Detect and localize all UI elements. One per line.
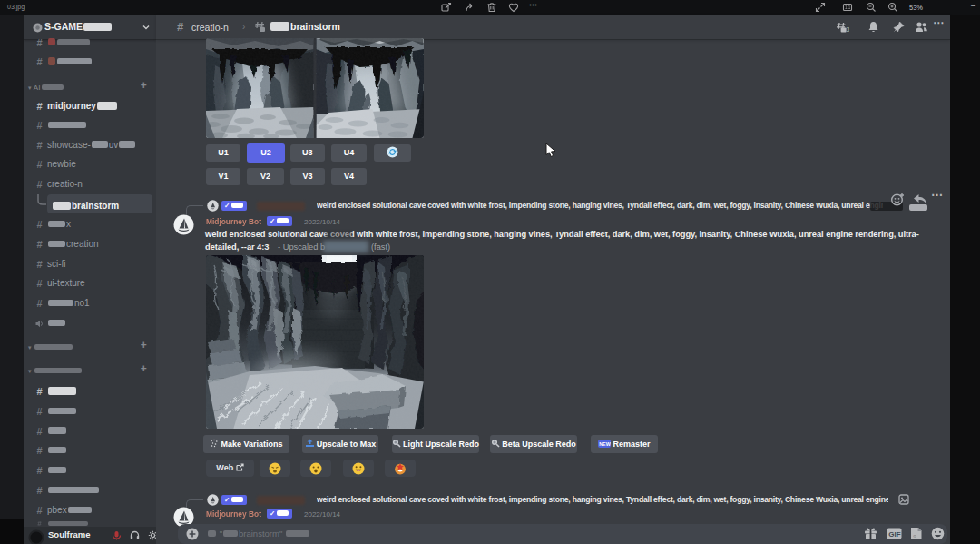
svg-text:3: 3 bbox=[847, 26, 850, 33]
svg-text:GIF: GIF bbox=[888, 530, 900, 539]
svg-text:1:1: 1:1 bbox=[845, 5, 851, 10]
svg-text:☺: ☺ bbox=[913, 533, 917, 539]
svg-text:NEW: NEW bbox=[600, 441, 612, 447]
